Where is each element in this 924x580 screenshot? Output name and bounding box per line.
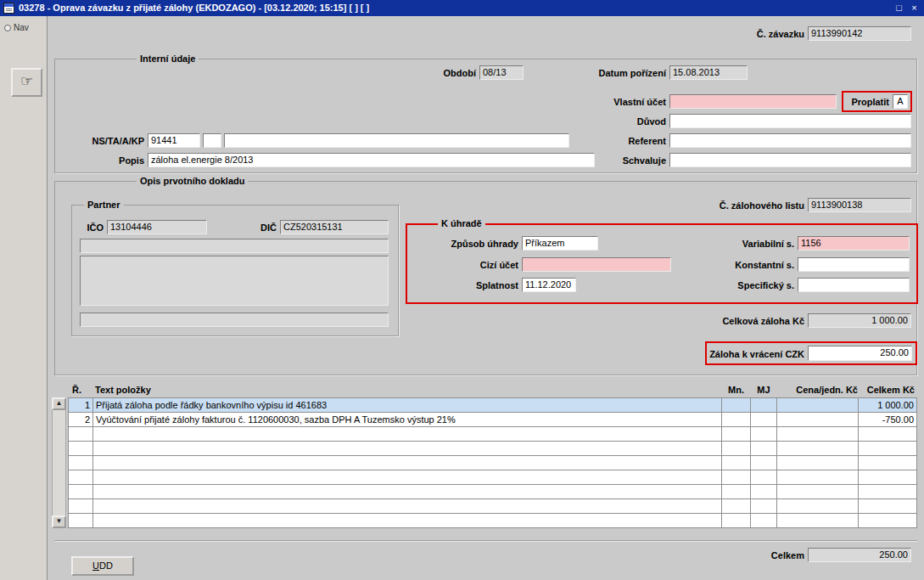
table-cell-mn[interactable] xyxy=(722,413,750,426)
col-header-celkem: Celkem Kč xyxy=(859,384,915,396)
zalohovy-list-label: Č. zálohového listu xyxy=(677,200,804,212)
partner-name-field xyxy=(80,239,389,253)
referent-label: Referent xyxy=(547,135,666,148)
datum-porizeni-label: Datum pořízení xyxy=(547,67,666,80)
schvaluje-label: Schvaluje xyxy=(547,155,666,167)
table-cell-text[interactable] xyxy=(93,427,721,441)
table-cell-mn[interactable] xyxy=(722,442,750,455)
table-cell-r[interactable]: 2 xyxy=(69,413,92,426)
table-cell-cena[interactable] xyxy=(777,398,858,412)
table-cell-mj[interactable] xyxy=(751,499,776,513)
zpusob-uhrady-label: Způsob úhrady xyxy=(400,238,518,251)
ns-field-1[interactable]: 91441 xyxy=(148,133,200,148)
vlastni-ucet-label: Vlastní účet xyxy=(547,96,666,109)
nav-icon xyxy=(4,25,11,31)
table-cell-celkem[interactable]: 1 000.00 xyxy=(859,398,916,412)
table-cell-celkem[interactable] xyxy=(859,485,916,498)
table-cell-r[interactable] xyxy=(69,514,92,527)
nav-tab[interactable]: Nav xyxy=(4,23,29,32)
duvod-field[interactable] xyxy=(669,114,911,128)
table-cell-cena[interactable] xyxy=(777,456,858,470)
schvaluje-field[interactable] xyxy=(669,153,911,167)
table-cell-mj[interactable] xyxy=(751,514,776,527)
table-cell-r[interactable]: 1 xyxy=(69,398,92,412)
table-cell-celkem[interactable] xyxy=(859,427,916,441)
restore-icon[interactable]: □ xyxy=(893,2,905,14)
table-cell-text[interactable] xyxy=(93,485,721,498)
ns-field-3[interactable] xyxy=(224,133,569,148)
table-cell-mj[interactable] xyxy=(751,485,776,498)
ns-field-2[interactable] xyxy=(203,133,221,148)
table-cell-celkem[interactable]: -750.00 xyxy=(859,413,916,426)
cizi-ucet-field[interactable] xyxy=(522,257,671,272)
table-cell-mn[interactable] xyxy=(722,485,750,498)
items-grid: 1Přijatá záloha podle řádky bankovního v… xyxy=(68,397,917,528)
table-cell-mj[interactable] xyxy=(751,470,776,484)
table-cell-mj[interactable] xyxy=(751,442,776,455)
table-cell-r[interactable] xyxy=(69,456,92,470)
table-scroll-down-icon[interactable]: ▼ xyxy=(52,515,66,528)
table-cell-mj[interactable] xyxy=(751,398,776,412)
table-cell-text[interactable] xyxy=(93,499,721,513)
table-cell-mj[interactable] xyxy=(751,413,776,426)
celkova-zaloha-label: Celková záloha Kč xyxy=(677,315,804,328)
variabilni-field[interactable]: 1156 xyxy=(798,236,910,251)
table-cell-r[interactable] xyxy=(69,470,92,484)
table-cell-mn[interactable] xyxy=(722,470,750,484)
vlastni-ucet-field[interactable] xyxy=(669,94,837,109)
table-cell-cena[interactable] xyxy=(777,499,858,513)
hand-tool-button[interactable]: ☞ xyxy=(11,68,42,97)
table-cell-mn[interactable] xyxy=(722,427,750,441)
col-header-cena: Cena/jedn. Kč xyxy=(777,384,858,396)
table-cell-text[interactable] xyxy=(93,514,721,527)
proplatit-field[interactable]: A xyxy=(893,94,908,109)
specificky-field[interactable] xyxy=(798,278,910,292)
zaloha-vraceni-label: Záloha k vrácení CZK xyxy=(677,348,804,361)
table-cell-text[interactable] xyxy=(93,456,721,470)
left-toolbar: Nav ☞ xyxy=(0,16,48,580)
table-cell-r[interactable] xyxy=(69,485,92,498)
table-cell-mn[interactable] xyxy=(722,398,750,412)
udd-button[interactable]: UDD xyxy=(71,556,134,576)
table-cell-cena[interactable] xyxy=(777,427,858,441)
table-cell-cena[interactable] xyxy=(777,413,858,426)
col-header-mj: MJ xyxy=(751,384,776,396)
referent-field[interactable] xyxy=(669,133,911,148)
table-cell-mn[interactable] xyxy=(722,499,750,513)
table-cell-celkem[interactable] xyxy=(859,514,916,527)
table-cell-mn[interactable] xyxy=(722,456,750,470)
konstantni-label: Konstantní s. xyxy=(675,259,794,272)
table-cell-celkem[interactable] xyxy=(859,442,916,455)
close-icon[interactable]: × xyxy=(908,2,921,14)
frame-interni-udaje-title: Interní údaje xyxy=(137,53,199,65)
table-cell-cena[interactable] xyxy=(777,514,858,527)
table-cell-celkem[interactable] xyxy=(859,499,916,513)
table-cell-r[interactable] xyxy=(69,499,92,513)
table-cell-text[interactable]: Vyúčtování přijaté zálohy fakturou č. 11… xyxy=(93,413,721,426)
table-cell-text[interactable] xyxy=(93,442,721,455)
popis-field[interactable]: záloha el.energie 8/2013 xyxy=(148,153,595,167)
table-cell-r[interactable] xyxy=(69,427,92,441)
table-cell-mj[interactable] xyxy=(751,427,776,441)
obdobi-field: 08/13 xyxy=(479,65,524,80)
frame-k-uhrade-title: K úhradě xyxy=(438,217,485,229)
nav-label: Nav xyxy=(14,23,29,32)
konstantni-field[interactable] xyxy=(798,257,910,272)
table-cell-text[interactable] xyxy=(93,470,721,484)
table-cell-mj[interactable] xyxy=(751,456,776,470)
splatnost-field[interactable]: 11.12.2020 xyxy=(522,278,576,292)
table-cell-celkem[interactable] xyxy=(859,470,916,484)
table-cell-mn[interactable] xyxy=(722,514,750,527)
table-scrollbar-track[interactable] xyxy=(52,397,66,528)
table-cell-text[interactable]: Přijatá záloha podle řádky bankovního vý… xyxy=(93,398,721,412)
proplatit-label: Proplatit xyxy=(845,96,889,109)
table-cell-cena[interactable] xyxy=(777,485,858,498)
table-cell-cena[interactable] xyxy=(777,442,858,455)
table-cell-r[interactable] xyxy=(69,442,92,455)
zpusob-uhrady-field[interactable]: Příkazem xyxy=(522,236,598,251)
table-cell-celkem[interactable] xyxy=(859,456,916,470)
table-scroll-up-icon[interactable]: ▲ xyxy=(52,397,66,410)
table-cell-cena[interactable] xyxy=(777,470,858,484)
title-bar: 03278 - Oprava závazku z přijaté zálohy … xyxy=(0,0,924,16)
frame-opis-dokladu-title: Opis prvotního dokladu xyxy=(137,175,248,187)
